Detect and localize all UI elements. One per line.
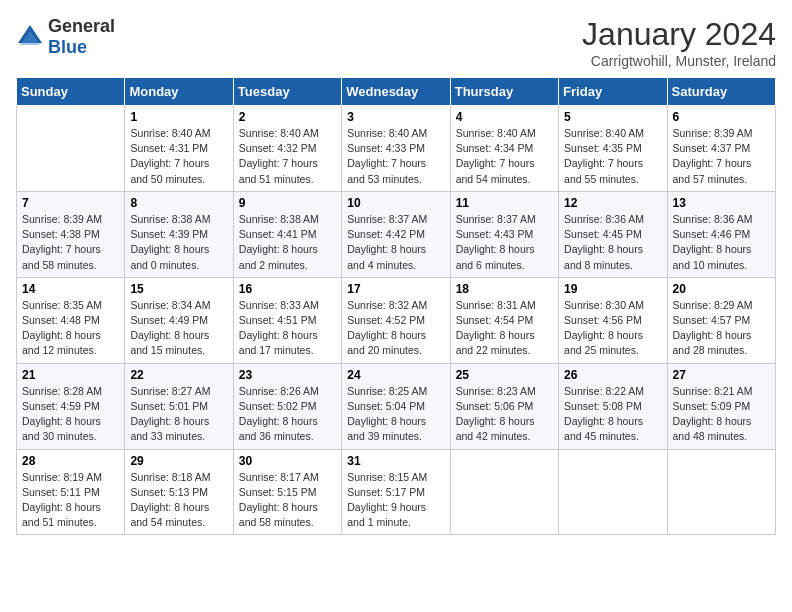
- day-number: 27: [673, 368, 770, 382]
- day-number: 4: [456, 110, 553, 124]
- calendar-cell: 20Sunrise: 8:29 AMSunset: 4:57 PMDayligh…: [667, 277, 775, 363]
- calendar-cell: 23Sunrise: 8:26 AMSunset: 5:02 PMDayligh…: [233, 363, 341, 449]
- day-number: 22: [130, 368, 227, 382]
- day-info: Sunrise: 8:22 AMSunset: 5:08 PMDaylight:…: [564, 384, 661, 445]
- calendar-table: SundayMondayTuesdayWednesdayThursdayFrid…: [16, 77, 776, 535]
- calendar-cell: 15Sunrise: 8:34 AMSunset: 4:49 PMDayligh…: [125, 277, 233, 363]
- calendar-cell: 10Sunrise: 8:37 AMSunset: 4:42 PMDayligh…: [342, 191, 450, 277]
- day-info: Sunrise: 8:38 AMSunset: 4:41 PMDaylight:…: [239, 212, 336, 273]
- day-number: 28: [22, 454, 119, 468]
- day-number: 23: [239, 368, 336, 382]
- calendar-cell: [17, 106, 125, 192]
- day-info: Sunrise: 8:36 AMSunset: 4:46 PMDaylight:…: [673, 212, 770, 273]
- calendar-cell: 12Sunrise: 8:36 AMSunset: 4:45 PMDayligh…: [559, 191, 667, 277]
- weekday-header-thursday: Thursday: [450, 78, 558, 106]
- day-info: Sunrise: 8:23 AMSunset: 5:06 PMDaylight:…: [456, 384, 553, 445]
- day-info: Sunrise: 8:32 AMSunset: 4:52 PMDaylight:…: [347, 298, 444, 359]
- day-info: Sunrise: 8:40 AMSunset: 4:35 PMDaylight:…: [564, 126, 661, 187]
- day-number: 15: [130, 282, 227, 296]
- day-number: 5: [564, 110, 661, 124]
- calendar-cell: [450, 449, 558, 535]
- calendar-cell: 11Sunrise: 8:37 AMSunset: 4:43 PMDayligh…: [450, 191, 558, 277]
- calendar-header-row: SundayMondayTuesdayWednesdayThursdayFrid…: [17, 78, 776, 106]
- day-info: Sunrise: 8:39 AMSunset: 4:37 PMDaylight:…: [673, 126, 770, 187]
- calendar-week-row: 7Sunrise: 8:39 AMSunset: 4:38 PMDaylight…: [17, 191, 776, 277]
- calendar-cell: 14Sunrise: 8:35 AMSunset: 4:48 PMDayligh…: [17, 277, 125, 363]
- day-number: 31: [347, 454, 444, 468]
- logo-icon: [16, 23, 44, 51]
- day-info: Sunrise: 8:15 AMSunset: 5:17 PMDaylight:…: [347, 470, 444, 531]
- calendar-cell: 5Sunrise: 8:40 AMSunset: 4:35 PMDaylight…: [559, 106, 667, 192]
- day-info: Sunrise: 8:40 AMSunset: 4:33 PMDaylight:…: [347, 126, 444, 187]
- day-info: Sunrise: 8:40 AMSunset: 4:32 PMDaylight:…: [239, 126, 336, 187]
- day-number: 7: [22, 196, 119, 210]
- calendar-cell: 7Sunrise: 8:39 AMSunset: 4:38 PMDaylight…: [17, 191, 125, 277]
- calendar-week-row: 28Sunrise: 8:19 AMSunset: 5:11 PMDayligh…: [17, 449, 776, 535]
- calendar-cell: 21Sunrise: 8:28 AMSunset: 4:59 PMDayligh…: [17, 363, 125, 449]
- calendar-cell: 25Sunrise: 8:23 AMSunset: 5:06 PMDayligh…: [450, 363, 558, 449]
- day-info: Sunrise: 8:31 AMSunset: 4:54 PMDaylight:…: [456, 298, 553, 359]
- day-info: Sunrise: 8:28 AMSunset: 4:59 PMDaylight:…: [22, 384, 119, 445]
- day-number: 14: [22, 282, 119, 296]
- day-number: 18: [456, 282, 553, 296]
- day-info: Sunrise: 8:17 AMSunset: 5:15 PMDaylight:…: [239, 470, 336, 531]
- calendar-cell: 31Sunrise: 8:15 AMSunset: 5:17 PMDayligh…: [342, 449, 450, 535]
- calendar-cell: [559, 449, 667, 535]
- weekday-header-friday: Friday: [559, 78, 667, 106]
- day-number: 11: [456, 196, 553, 210]
- day-info: Sunrise: 8:21 AMSunset: 5:09 PMDaylight:…: [673, 384, 770, 445]
- day-info: Sunrise: 8:34 AMSunset: 4:49 PMDaylight:…: [130, 298, 227, 359]
- day-number: 12: [564, 196, 661, 210]
- day-info: Sunrise: 8:30 AMSunset: 4:56 PMDaylight:…: [564, 298, 661, 359]
- day-info: Sunrise: 8:33 AMSunset: 4:51 PMDaylight:…: [239, 298, 336, 359]
- day-info: Sunrise: 8:25 AMSunset: 5:04 PMDaylight:…: [347, 384, 444, 445]
- weekday-header-wednesday: Wednesday: [342, 78, 450, 106]
- day-info: Sunrise: 8:37 AMSunset: 4:42 PMDaylight:…: [347, 212, 444, 273]
- logo-blue-text: Blue: [48, 37, 115, 58]
- day-info: Sunrise: 8:40 AMSunset: 4:31 PMDaylight:…: [130, 126, 227, 187]
- day-number: 8: [130, 196, 227, 210]
- weekday-header-sunday: Sunday: [17, 78, 125, 106]
- month-title: January 2024: [582, 16, 776, 53]
- calendar-cell: 13Sunrise: 8:36 AMSunset: 4:46 PMDayligh…: [667, 191, 775, 277]
- day-number: 16: [239, 282, 336, 296]
- weekday-header-monday: Monday: [125, 78, 233, 106]
- location: Carrigtwohill, Munster, Ireland: [582, 53, 776, 69]
- page-header: General Blue January 2024 Carrigtwohill,…: [16, 16, 776, 69]
- day-info: Sunrise: 8:40 AMSunset: 4:34 PMDaylight:…: [456, 126, 553, 187]
- calendar-cell: 4Sunrise: 8:40 AMSunset: 4:34 PMDaylight…: [450, 106, 558, 192]
- day-number: 3: [347, 110, 444, 124]
- calendar-week-row: 21Sunrise: 8:28 AMSunset: 4:59 PMDayligh…: [17, 363, 776, 449]
- calendar-week-row: 1Sunrise: 8:40 AMSunset: 4:31 PMDaylight…: [17, 106, 776, 192]
- day-number: 25: [456, 368, 553, 382]
- day-number: 21: [22, 368, 119, 382]
- calendar-cell: 1Sunrise: 8:40 AMSunset: 4:31 PMDaylight…: [125, 106, 233, 192]
- logo-general-text: General: [48, 16, 115, 37]
- calendar-cell: 9Sunrise: 8:38 AMSunset: 4:41 PMDaylight…: [233, 191, 341, 277]
- calendar-cell: 22Sunrise: 8:27 AMSunset: 5:01 PMDayligh…: [125, 363, 233, 449]
- calendar-cell: [667, 449, 775, 535]
- calendar-cell: 2Sunrise: 8:40 AMSunset: 4:32 PMDaylight…: [233, 106, 341, 192]
- day-number: 30: [239, 454, 336, 468]
- day-number: 6: [673, 110, 770, 124]
- calendar-cell: 30Sunrise: 8:17 AMSunset: 5:15 PMDayligh…: [233, 449, 341, 535]
- calendar-cell: 19Sunrise: 8:30 AMSunset: 4:56 PMDayligh…: [559, 277, 667, 363]
- calendar-cell: 27Sunrise: 8:21 AMSunset: 5:09 PMDayligh…: [667, 363, 775, 449]
- day-number: 29: [130, 454, 227, 468]
- day-number: 19: [564, 282, 661, 296]
- day-info: Sunrise: 8:37 AMSunset: 4:43 PMDaylight:…: [456, 212, 553, 273]
- calendar-cell: 16Sunrise: 8:33 AMSunset: 4:51 PMDayligh…: [233, 277, 341, 363]
- calendar-cell: 29Sunrise: 8:18 AMSunset: 5:13 PMDayligh…: [125, 449, 233, 535]
- day-number: 9: [239, 196, 336, 210]
- day-number: 26: [564, 368, 661, 382]
- calendar-cell: 24Sunrise: 8:25 AMSunset: 5:04 PMDayligh…: [342, 363, 450, 449]
- weekday-header-tuesday: Tuesday: [233, 78, 341, 106]
- day-number: 17: [347, 282, 444, 296]
- day-info: Sunrise: 8:38 AMSunset: 4:39 PMDaylight:…: [130, 212, 227, 273]
- day-info: Sunrise: 8:26 AMSunset: 5:02 PMDaylight:…: [239, 384, 336, 445]
- day-info: Sunrise: 8:35 AMSunset: 4:48 PMDaylight:…: [22, 298, 119, 359]
- calendar-cell: 28Sunrise: 8:19 AMSunset: 5:11 PMDayligh…: [17, 449, 125, 535]
- day-info: Sunrise: 8:18 AMSunset: 5:13 PMDaylight:…: [130, 470, 227, 531]
- day-info: Sunrise: 8:27 AMSunset: 5:01 PMDaylight:…: [130, 384, 227, 445]
- logo-text: General Blue: [48, 16, 115, 58]
